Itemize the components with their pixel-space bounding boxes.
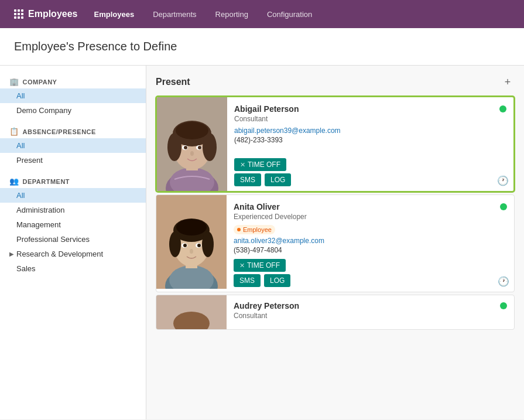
employee-card-1[interactable]: Abigail Peterson Consultant abigail.pete… (156, 96, 515, 192)
clock-icon-2: 🕐 (498, 276, 509, 287)
sidebar-item-professional-services[interactable]: Professional Services (0, 232, 146, 247)
employee-name-2: Anita Oliver (234, 202, 307, 211)
action-row-1: ✕ TIME OFF (234, 158, 506, 171)
nav-configuration[interactable]: Configuration (258, 0, 321, 28)
sidebar-section-absence: 📋 ABSENCE/PRESENCE (0, 122, 146, 138)
sidebar-item-company-all[interactable]: All (0, 88, 146, 103)
card-name-title-1: Abigail Peterson Consultant (234, 104, 299, 127)
card-top-3: Audrey Peterson Consultant (234, 301, 507, 323)
employee-photo-2 (156, 195, 227, 289)
sidebar-section-department-label: DEPARTMENT (23, 178, 70, 185)
nav-departments[interactable]: Departments (143, 0, 206, 28)
sidebar-item-dept-all[interactable]: All (0, 188, 146, 203)
card-top-2: Anita Oliver Experienced Developer (234, 202, 507, 224)
employee-photo-3 (156, 295, 227, 330)
main-layout: 🏢 COMPANY All Demo Company 📋 ABSENCE/PRE… (0, 66, 524, 419)
svg-point-7 (203, 133, 217, 161)
svg-point-25 (183, 244, 187, 247)
sms-button-1[interactable]: SMS (234, 173, 261, 186)
page-header: Employee's Presence to Define (0, 28, 524, 66)
employee-phone-1: (482)-233-3393 (234, 136, 506, 144)
research-label: Research & Development (16, 250, 103, 258)
employee-title-3: Consultant (234, 312, 299, 320)
card-actions-1: ✕ TIME OFF SMS LOG (234, 158, 506, 186)
employee-card-2[interactable]: Anita Oliver Experienced Developer Emplo… (156, 194, 515, 292)
sms-label-2: SMS (239, 276, 255, 285)
page-title: Employee's Presence to Define (14, 40, 510, 53)
topbar: Employees Employees Departments Reportin… (0, 0, 524, 28)
photo-svg-3 (156, 295, 227, 330)
sidebar-item-demo-company[interactable]: Demo Company (0, 103, 146, 118)
sidebar-item-research-development[interactable]: ▶ Research & Development (0, 247, 146, 261)
company-icon: 🏢 (9, 77, 19, 86)
employee-title-2: Experienced Developer (234, 213, 307, 221)
svg-point-6 (167, 133, 181, 161)
sms-button-2[interactable]: SMS (234, 274, 261, 287)
svg-point-20 (169, 231, 181, 257)
log-label-2: LOG (270, 276, 285, 285)
column-header: Present + (156, 75, 515, 89)
svg-point-8 (176, 122, 208, 139)
sidebar-item-present[interactable]: Present (0, 153, 146, 168)
action-row-3: ✕ TIME OFF (234, 259, 507, 272)
status-dot-1 (499, 105, 506, 112)
card-info-1: Abigail Peterson Consultant abigail.pete… (227, 97, 513, 191)
employee-phone-2: (538)-497-4804 (234, 246, 507, 254)
time-off-button-1[interactable]: ✕ TIME OFF (234, 158, 286, 171)
action-row-4: SMS LOG (234, 274, 507, 287)
log-label-1: LOG (270, 176, 285, 184)
employee-name-1: Abigail Peterson (234, 104, 299, 114)
time-off-label-2: TIME OFF (247, 261, 280, 269)
x-icon-1: ✕ (240, 161, 245, 169)
clock-icon-1: 🕐 (497, 175, 509, 186)
brand-label: Employees (28, 9, 77, 19)
employee-email-2: anita.oliver32@example.com (234, 237, 507, 245)
card-actions-2: ✕ TIME OFF SMS LOG (234, 259, 507, 287)
sidebar-section-absence-label: ABSENCE/PRESENCE (23, 128, 96, 135)
sms-label-1: SMS (240, 176, 255, 184)
card-info-2: Anita Oliver Experienced Developer Emplo… (227, 195, 514, 292)
employee-photo-1 (157, 97, 227, 191)
svg-point-13 (190, 151, 194, 156)
log-button-2[interactable]: LOG (264, 274, 290, 287)
log-button-1[interactable]: LOG (265, 173, 291, 186)
svg-point-21 (202, 231, 214, 257)
add-button[interactable]: + (501, 75, 515, 89)
action-row-2: SMS LOG (234, 173, 506, 186)
department-icon: 👥 (9, 177, 19, 186)
main-nav: Employees Departments Reporting Configur… (84, 0, 321, 28)
card-name-title-2: Anita Oliver Experienced Developer (234, 202, 307, 224)
sidebar-item-sales[interactable]: Sales (0, 261, 146, 276)
svg-point-12 (198, 146, 201, 149)
brand-logo[interactable]: Employees (7, 9, 84, 19)
svg-point-26 (197, 244, 201, 247)
svg-point-22 (176, 219, 207, 235)
nav-employees[interactable]: Employees (84, 0, 143, 28)
column-title: Present (156, 77, 190, 87)
sidebar-item-administration[interactable]: Administration (0, 203, 146, 217)
card-info-3: Audrey Peterson Consultant (227, 295, 514, 329)
employee-tag-2: Employee (234, 225, 275, 234)
card-name-title-3: Audrey Peterson Consultant (234, 301, 299, 323)
card-top-1: Abigail Peterson Consultant (234, 104, 506, 127)
app-grid-icon (14, 9, 23, 19)
employee-name-3: Audrey Peterson (234, 301, 299, 310)
tag-dot-2 (237, 228, 241, 231)
sidebar-section-department: 👥 DEPARTMENT (0, 172, 146, 188)
time-off-button-2[interactable]: ✕ TIME OFF (234, 259, 286, 272)
x-icon-2: ✕ (239, 262, 245, 269)
content-area: Present + (146, 66, 524, 419)
photo-svg-1 (157, 97, 227, 191)
employee-email-1: abigail.peterson39@example.com (234, 127, 506, 135)
sidebar-item-management[interactable]: Management (0, 217, 146, 232)
status-dot-3 (500, 302, 507, 309)
employee-card-3[interactable]: Audrey Peterson Consultant (156, 295, 515, 330)
status-dot-2 (500, 203, 507, 210)
sidebar-section-company: 🏢 COMPANY (0, 73, 146, 88)
sidebar-item-absence-all[interactable]: All (0, 138, 146, 153)
time-off-label-1: TIME OFF (248, 161, 280, 169)
nav-reporting[interactable]: Reporting (206, 0, 258, 28)
tag-label-2: Employee (243, 226, 272, 233)
svg-point-11 (184, 146, 187, 149)
sidebar-section-company-label: COMPANY (23, 78, 57, 86)
